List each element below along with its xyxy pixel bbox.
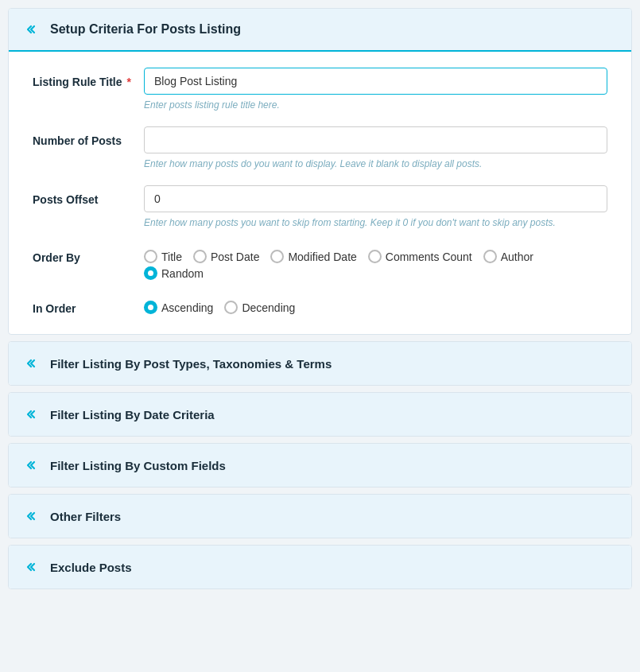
collapsible-panel-exclude-posts: Exclude Posts bbox=[8, 545, 632, 589]
main-panel-body: Listing Rule Title * Enter posts listing… bbox=[9, 52, 631, 334]
in-order-ascending-radio[interactable] bbox=[144, 301, 157, 314]
double-chevron-icon-filter-date bbox=[23, 405, 42, 424]
posts-offset-input[interactable] bbox=[144, 185, 607, 212]
order-by-random-option[interactable]: Random bbox=[144, 266, 204, 280]
number-of-posts-input[interactable] bbox=[144, 126, 607, 153]
double-chevron-icon-filter-custom bbox=[23, 456, 42, 475]
collapsible-panel-filter-date: Filter Listing By Date Criteria bbox=[8, 392, 632, 437]
order-by-author-radio[interactable] bbox=[483, 250, 497, 263]
order-by-post-date-radio[interactable] bbox=[193, 250, 207, 263]
collapsible-panel-filter-post-types: Filter Listing By Post Types, Taxonomies… bbox=[8, 341, 632, 386]
in-order-ascending-option[interactable]: Ascending bbox=[144, 301, 213, 314]
order-by-author-label: Author bbox=[501, 251, 533, 263]
number-of-posts-row: Number of Posts Enter how many posts do … bbox=[33, 126, 607, 171]
collapsible-title-filter-custom: Filter Listing By Custom Fields bbox=[50, 459, 226, 472]
in-order-label: In Order bbox=[33, 294, 144, 315]
collapsible-header-filter-post-types[interactable]: Filter Listing By Post Types, Taxonomies… bbox=[9, 342, 631, 385]
order-by-comments-count-option[interactable]: Comments Count bbox=[368, 250, 472, 263]
in-order-decending-radio[interactable] bbox=[224, 301, 238, 314]
order-by-author-option[interactable]: Author bbox=[483, 250, 533, 263]
main-panel-header: Setup Criteria For Posts Listing bbox=[9, 9, 631, 52]
order-by-comments-count-label: Comments Count bbox=[386, 251, 472, 263]
order-by-random-radio[interactable] bbox=[144, 266, 157, 280]
posts-offset-row: Posts Offset Enter how many posts you wa… bbox=[33, 185, 607, 230]
order-by-comments-count-radio[interactable] bbox=[368, 250, 382, 263]
listing-rule-title-label: Listing Rule Title * bbox=[33, 68, 144, 88]
posts-offset-label: Posts Offset bbox=[33, 185, 144, 206]
posts-offset-hint: Enter how many posts you want to skip fr… bbox=[144, 216, 607, 230]
order-by-post-date-label: Post Date bbox=[211, 251, 259, 263]
order-by-row: Order By Title Post Date Modified Date bbox=[33, 243, 607, 280]
collapsible-title-filter-post-types: Filter Listing By Post Types, Taxonomies… bbox=[50, 357, 332, 371]
order-by-modified-date-option[interactable]: Modified Date bbox=[270, 250, 356, 263]
in-order-decending-label: Decending bbox=[242, 301, 295, 314]
collapsible-title-other-filters: Other Filters bbox=[50, 510, 121, 523]
number-of-posts-label: Number of Posts bbox=[33, 126, 144, 147]
in-order-row: In Order Ascending Decending bbox=[33, 294, 607, 315]
order-by-label: Order By bbox=[33, 243, 144, 264]
order-by-post-date-option[interactable]: Post Date bbox=[193, 250, 259, 263]
in-order-ascending-label: Ascending bbox=[161, 301, 213, 314]
number-of-posts-field: Enter how many posts do you want to disp… bbox=[144, 126, 607, 171]
posts-offset-field: Enter how many posts you want to skip fr… bbox=[144, 185, 607, 230]
listing-rule-title-field: Enter posts listing rule title here. bbox=[144, 68, 607, 112]
collapsible-header-filter-date[interactable]: Filter Listing By Date Criteria bbox=[9, 393, 631, 436]
collapsible-panel-filter-custom: Filter Listing By Custom Fields bbox=[8, 443, 632, 487]
order-by-title-label: Title bbox=[161, 251, 182, 263]
in-order-field: Ascending Decending bbox=[144, 294, 607, 314]
main-panel-title: Setup Criteria For Posts Listing bbox=[50, 22, 241, 37]
order-by-title-radio[interactable] bbox=[144, 250, 157, 263]
order-by-modified-date-label: Modified Date bbox=[288, 251, 356, 263]
in-order-decending-option[interactable]: Decending bbox=[224, 301, 295, 314]
order-by-radio-group: Title Post Date Modified Date Comments C… bbox=[144, 243, 607, 280]
listing-rule-title-hint: Enter posts listing rule title here. bbox=[144, 99, 607, 112]
double-chevron-icon-filter-post-types bbox=[23, 354, 42, 373]
order-by-field: Title Post Date Modified Date Comments C… bbox=[144, 243, 607, 280]
double-chevron-icon-other-filters bbox=[23, 507, 42, 526]
collapsible-title-exclude-posts: Exclude Posts bbox=[50, 561, 132, 574]
order-by-random-label: Random bbox=[161, 267, 204, 280]
in-order-radio-group: Ascending Decending bbox=[144, 294, 607, 314]
collapsible-panels-container: Filter Listing By Post Types, Taxonomies… bbox=[8, 341, 632, 589]
double-chevron-left-icon bbox=[23, 20, 42, 39]
collapsible-header-exclude-posts[interactable]: Exclude Posts bbox=[9, 546, 631, 588]
collapsible-panel-other-filters: Other Filters bbox=[8, 494, 632, 538]
order-by-title-option[interactable]: Title bbox=[144, 250, 182, 263]
main-panel: Setup Criteria For Posts Listing Listing… bbox=[8, 8, 632, 335]
required-indicator: * bbox=[124, 76, 131, 88]
listing-rule-title-row: Listing Rule Title * Enter posts listing… bbox=[33, 68, 607, 112]
collapsible-title-filter-date: Filter Listing By Date Criteria bbox=[50, 408, 215, 421]
order-by-modified-date-radio[interactable] bbox=[270, 250, 284, 263]
collapsible-header-filter-custom[interactable]: Filter Listing By Custom Fields bbox=[9, 444, 631, 487]
collapsible-header-other-filters[interactable]: Other Filters bbox=[9, 495, 631, 538]
listing-rule-title-input[interactable] bbox=[144, 68, 607, 95]
double-chevron-icon-exclude-posts bbox=[23, 557, 42, 577]
number-of-posts-hint: Enter how many posts do you want to disp… bbox=[144, 157, 607, 171]
